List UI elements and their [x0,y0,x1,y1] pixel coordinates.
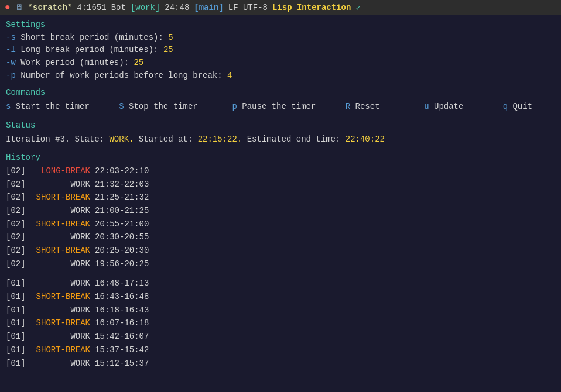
history-item: [02]SHORT-BREAK20:25-20:30 [6,245,555,257]
filename: *scratch* [28,3,73,12]
hist-time: 20:55-21:00 [95,218,149,231]
hist-type: WORK [30,304,95,317]
hist-type: LONG-BREAK [30,165,95,178]
cmd-desc-update: Update [434,102,498,111]
hist-time: 15:42-16:07 [95,331,149,343]
cmd-key-q[interactable]: q [503,102,508,111]
cmd-desc-stop: Stop the timer [129,102,227,111]
hist-time: 16:48-17:13 [95,277,149,290]
hist-type: SHORT-BREAK [30,191,95,204]
setting-w: -w Work period (minutes): 25 [6,57,555,70]
flag-l: -l [6,45,16,54]
flag-s: -s [6,33,16,42]
hist-iter: [02] [6,258,30,271]
commands-header: Commands [6,87,555,99]
hist-type: SHORT-BREAK [30,245,95,257]
cursor-position: 4:1651 [77,3,106,12]
status-state: WORK. [109,135,134,144]
setting-w-value: 25 [134,58,143,67]
cmd-desc-start: Start the timer [16,102,114,111]
hist-type: WORK [30,331,95,343]
work-mode: [work] [131,3,160,12]
commands-section: Commands s Start the timer S Stop the ti… [6,87,555,113]
status-prefix: Iteration #3. State: [6,135,104,144]
hist-time: 20:30-20:55 [95,231,149,244]
cmd-key-u[interactable]: u [424,102,429,111]
hist-iter: [02] [6,218,30,231]
history-item: [01]WORK16:48-17:13 [6,277,555,290]
history-item: [01]SHORT-BREAK16:07-16:18 [6,317,555,330]
history-section: History [02]LONG-BREAK22:03-22:10[02]WOR… [6,152,555,370]
hist-time: 20:25-20:30 [95,245,149,257]
bot-indicator: Bot [111,3,126,12]
hist-iter: [01] [6,344,30,357]
status-estimated-time: 22:40:22 [346,135,385,144]
history-item: [02]LONG-BREAK22:03-22:10 [6,165,555,178]
history-item: [02]WORK20:30-20:55 [6,231,555,244]
hist-type: WORK [30,357,95,370]
hist-time: 15:37-15:42 [95,344,149,357]
cmd-key-p[interactable]: p [232,102,237,111]
hist-type: SHORT-BREAK [30,344,95,357]
hist-iter: [01] [6,291,30,304]
hist-iter: [02] [6,245,30,257]
hist-iter: [01] [6,317,30,330]
cmd-desc-quit: Quit [512,102,532,111]
hist-iter: [01] [6,277,30,290]
status-started-prefix: Started at: [139,135,193,144]
hist-type: WORK [30,205,95,218]
check-icon: ✓ [355,3,360,13]
hist-time: 21:32-22:03 [95,178,149,191]
time-display: 24:48 [165,3,189,12]
encoding: LF UTF-8 [228,3,268,12]
status-est-prefix: Estimated end time: [247,135,341,144]
history-item: [02]SHORT-BREAK21:25-21:32 [6,191,555,204]
history-header: History [6,152,555,164]
history-item: [01]SHORT-BREAK16:43-16:48 [6,291,555,304]
hist-iter: [01] [6,357,30,370]
hist-type: WORK [30,178,95,191]
cmd-key-S[interactable]: S [119,102,124,111]
settings-header: Settings [6,19,555,32]
status-section-header: Status [6,119,555,132]
setting-s-value: 5 [168,33,173,42]
lisp-mode: Lisp Interaction [272,3,351,12]
hist-time: 16:07-16:18 [95,317,149,330]
setting-l: -l Long break period (minutes): 25 [6,44,555,57]
hist-time: 22:03-22:10 [95,165,149,178]
history-item: [02]WORK19:56-20:25 [6,258,555,271]
hist-time: 21:00-21:25 [95,205,149,218]
hist-iter: [02] [6,165,30,178]
history-list: [02]LONG-BREAK22:03-22:10[02]WORK21:32-2… [6,165,555,370]
settings-section: Settings -s Short break period (minutes)… [6,19,555,82]
hist-iter: [01] [6,331,30,343]
hist-type: SHORT-BREAK [30,218,95,231]
commands-line: s Start the timer S Stop the timer p Pau… [6,101,555,114]
flag-p: -p [6,71,16,80]
cmd-desc-pause: Pause the timer [242,102,340,111]
hist-type: WORK [30,231,95,244]
setting-p: -p Number of work periods before long br… [6,70,555,82]
history-item: [01]SHORT-BREAK15:37-15:42 [6,344,555,357]
hist-time: 16:18-16:43 [95,304,149,317]
history-item: [01]WORK15:42-16:07 [6,331,555,343]
emacs-icon: 🖥 [15,3,23,12]
setting-s: -s Short break period (minutes): 5 [6,32,555,44]
history-item [6,271,555,277]
setting-p-value: 4 [227,71,232,80]
hist-type: SHORT-BREAK [30,291,95,304]
cmd-key-R[interactable]: R [346,102,350,111]
hist-time: 15:12-15:37 [95,357,149,370]
cmd-key-s[interactable]: s [6,102,11,111]
cmd-desc-reset: Reset [355,102,419,111]
setting-p-desc: Number of work periods before long break… [20,71,227,80]
status-started-time: 22:15:22. [198,135,242,144]
status-bar: ● 🖥 *scratch* 4:1651 Bot [work] 24:48 [m… [0,0,561,15]
main-mode: [main] [194,3,223,12]
status-section: Status Iteration #3. State: WORK. Starte… [6,119,555,146]
hist-type: WORK [30,277,95,290]
hist-iter: [01] [6,304,30,317]
flag-w: -w [6,58,16,67]
hist-iter: [02] [6,205,30,218]
hist-iter: [02] [6,231,30,244]
